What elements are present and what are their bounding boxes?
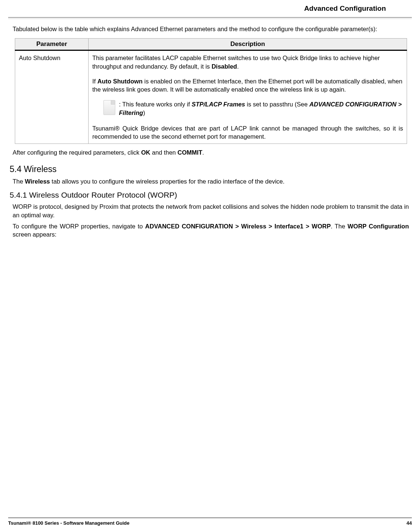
text: If [92,78,97,85]
desc-para-2: If Auto Shutdown is enabled on the Ether… [92,77,403,94]
section-heading-wireless: 5.4 Wireless [10,164,410,174]
desc-para-1: This parameter facilitates LACP capable … [92,54,403,70]
header-rule-thin [8,19,412,19]
wireless-intro-paragraph: The Wireless tab allows you to configure… [13,177,409,185]
footer-guide-title: Tsunami® 8100 Series - Software Manageme… [8,520,129,526]
desc-para-3: Tsunami® Quick Bridge devices that are p… [92,124,403,141]
text: : This feature works only if [119,101,192,108]
text: To configure the WORP properties, naviga… [13,223,145,230]
text: After configuring the required parameter… [13,149,141,156]
description-cell: This parameter facilitates LACP capable … [89,50,407,144]
page-footer: Tsunami® 8100 Series - Software Manageme… [8,517,412,526]
commit-label: COMMIT [178,149,202,156]
subsection-heading-worp: 5.4.1 Wireless Outdoor Router Protocol (… [10,191,410,199]
text: and then [150,149,177,156]
column-header-parameter: Parameter [15,39,89,50]
intro-paragraph: Tabulated below is the table which expla… [13,25,409,33]
text: tab allows you to configure the wireless… [50,178,285,185]
text: . [202,149,204,156]
stp-lacp-frames-label: STP/LACP Frames [192,101,245,108]
header-rule [8,17,412,18]
text: is set to passthru (See [245,101,309,108]
text: The [13,178,25,185]
table-header-row: Parameter Description [15,39,407,50]
nav-path: ADVANCED CONFIGURATION > Wireless > Inte… [145,223,331,230]
page-number: 44 [407,520,412,526]
parameter-cell: Auto Shutdown [15,50,89,144]
text: screen appears: [13,231,56,238]
after-config-paragraph: After configuring the required parameter… [13,149,409,156]
table-row: Auto Shutdown This parameter facilitates… [15,50,407,144]
screen-name: WORP Configuration [348,223,409,230]
parameter-table: Parameter Description Auto Shutdown This… [15,38,407,144]
worp-paragraph-1: WORP is protocol, designed by Proxim tha… [13,202,409,219]
feature-name: Auto Shutdown [97,78,143,85]
footer-rule-thin [8,518,412,519]
note-icon [103,100,115,115]
ok-label: OK [141,149,151,156]
note-block: : This feature works only if STP/LACP Fr… [92,100,403,117]
wireless-tab-label: Wireless [25,178,50,185]
default-value: Disabled [212,63,237,70]
column-header-description: Description [89,39,407,50]
page-header-title: Advanced Configuration [8,4,412,13]
worp-paragraph-2: To configure the WORP properties, naviga… [13,222,409,239]
footer-rule [8,517,412,518]
text: . [237,63,239,70]
note-text: : This feature works only if STP/LACP Fr… [119,100,403,117]
text: . The [331,223,347,230]
text: ) [143,109,145,116]
